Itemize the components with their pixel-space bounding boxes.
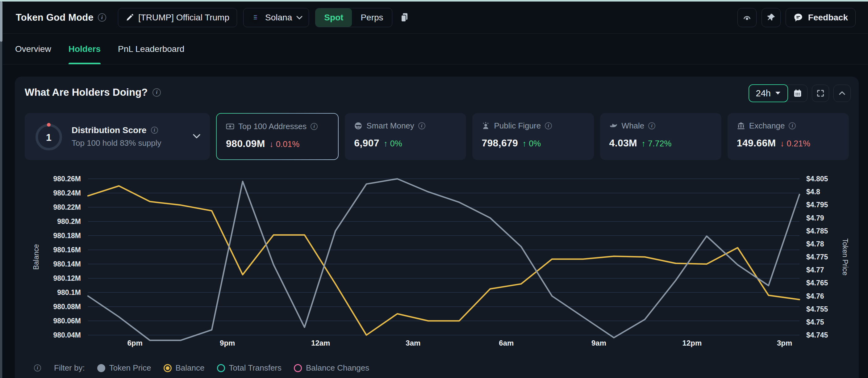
perps-toggle[interactable]: Perps	[352, 8, 392, 27]
watch-button[interactable]	[738, 8, 756, 27]
info-icon[interactable]: i	[648, 122, 655, 129]
token-name: [TRUMP] Official Trump	[138, 13, 229, 23]
timeframe-value: 24h	[756, 88, 771, 98]
pin-button[interactable]	[762, 8, 781, 27]
timeframe-dropdown[interactable]: 24h	[748, 84, 788, 102]
legend-swatch	[164, 364, 172, 372]
metric-card-top-100-addresses[interactable]: Top 100 Addressesi980.09M↓ 0.01%	[216, 113, 339, 160]
metric-card-smart-money[interactable]: Smart Moneyi6,907↑ 0%	[345, 113, 466, 160]
info-icon[interactable]: i	[545, 122, 552, 129]
metric-card-exchange[interactable]: Exchangei149.66M↓ 0.21%	[727, 113, 849, 160]
panel-title: What Are Holders Doing? i	[25, 86, 161, 98]
info-icon[interactable]: i	[311, 123, 318, 130]
card-title: Exchange	[749, 121, 785, 130]
card-value: 6,907	[354, 138, 379, 149]
feedback-label: Feedback	[808, 13, 848, 23]
card-title: Top 100 Addresses	[238, 122, 307, 131]
x-axis-tick: 9pm	[220, 339, 235, 347]
card-change: ↓ 0.21%	[780, 139, 810, 149]
legend-item-token-price[interactable]: Token Price	[97, 363, 151, 373]
legend-swatch	[294, 364, 302, 372]
page-tabs: OverviewHoldersPnL Leaderboard	[3, 34, 868, 64]
card-title: Smart Money	[366, 121, 414, 130]
fullscreen-icon	[816, 89, 825, 97]
card-change: ↑ 0%	[522, 139, 541, 149]
distribution-score-card[interactable]: 1Distribution ScoreiTop 100 hold 83% sup…	[25, 113, 210, 160]
legend-prefix: Filter by:	[54, 363, 85, 373]
chain-selector[interactable]: Solana	[243, 8, 309, 27]
token-price-line	[88, 179, 800, 340]
legend-swatch	[217, 364, 225, 372]
spot-toggle[interactable]: Spot	[315, 8, 352, 27]
page-title: Token God Mode i	[16, 12, 106, 23]
header-actions: Feedback	[738, 8, 856, 27]
chart-legend: iFilter by:Token PriceBalanceTotal Trans…	[34, 363, 369, 373]
left-axis-tick: 980.24M	[53, 189, 81, 197]
card-title: Distribution Score	[72, 125, 147, 135]
right-axis-tick: $4.765	[806, 279, 828, 287]
x-axis-tick: 6am	[499, 339, 514, 347]
legend-item-total-transfers[interactable]: Total Transfers	[217, 363, 282, 373]
right-axis-title: Token Price	[841, 238, 849, 275]
fullscreen-button[interactable]	[812, 85, 829, 102]
info-icon[interactable]: i	[153, 88, 161, 97]
card-change: ↓ 0.01%	[270, 140, 300, 149]
window-top-strip	[0, 0, 868, 2]
left-scrollbar-thumb[interactable]	[0, 2, 2, 42]
right-axis-tick: $4.755	[806, 305, 828, 313]
chat-bubble-icon	[793, 13, 803, 23]
legend-item-balance[interactable]: Balance	[164, 363, 205, 373]
whale-icon	[609, 122, 618, 130]
balance-line	[88, 186, 800, 335]
x-axis-tick: 3am	[406, 339, 421, 347]
info-icon[interactable]: i	[98, 13, 106, 22]
feedback-button[interactable]: Feedback	[785, 8, 856, 27]
left-axis-tick: 980.08M	[53, 303, 81, 311]
collapse-button[interactable]	[833, 85, 851, 102]
card-title: Public Figure	[494, 121, 541, 130]
card-value: 149.66M	[737, 138, 776, 149]
app-header: Token God Mode i [TRUMP] Official Trump …	[3, 2, 868, 34]
metric-card-public-figure[interactable]: Public Figurei798,679↑ 0%	[472, 113, 594, 160]
info-icon[interactable]: i	[418, 122, 425, 129]
tab-holders[interactable]: Holders	[68, 34, 101, 64]
right-axis-tick: $4.79	[806, 214, 824, 222]
legend-label: Token Price	[109, 363, 151, 373]
left-axis-tick: 980.16M	[53, 246, 81, 254]
left-scrollbar[interactable]	[0, 2, 2, 378]
page-title-text: Token God Mode	[16, 12, 94, 23]
card-value: 798,679	[482, 138, 518, 149]
pin-icon	[767, 13, 776, 22]
tab-overview[interactable]: Overview	[15, 34, 51, 64]
legend-swatch	[97, 364, 105, 372]
chevron-down-icon[interactable]	[193, 134, 200, 139]
holders-activity-panel: What Are Holders Doing? i 24h 1Distribut…	[15, 77, 859, 378]
tab-pnl-leaderboard[interactable]: PnL Leaderboard	[118, 34, 184, 64]
calendar-icon	[793, 89, 802, 98]
legend-item-balance-changes[interactable]: Balance Changes	[294, 363, 369, 373]
right-axis-tick: $4.745	[806, 331, 828, 339]
aperture-icon	[742, 13, 752, 22]
right-axis-tick: $4.8	[806, 188, 820, 196]
x-axis-tick: 12pm	[682, 339, 702, 347]
right-axis-tick: $4.795	[806, 201, 828, 209]
info-icon[interactable]: i	[34, 365, 41, 372]
copy-icon[interactable]	[400, 12, 409, 23]
left-axis-tick: 980.18M	[53, 232, 81, 240]
info-icon[interactable]: i	[151, 126, 158, 134]
metric-card-whale[interactable]: Whalei4.03M↑ 7.72%	[600, 113, 721, 160]
score-marker	[47, 123, 51, 126]
right-axis-tick: $4.785	[806, 227, 828, 235]
timeframe-group: 24h	[748, 85, 807, 102]
exchange-icon	[737, 122, 745, 130]
solana-logo	[250, 12, 261, 23]
card-value: 980.09M	[226, 138, 265, 149]
left-axis-tick: 980.26M	[53, 175, 81, 183]
banknote-icon	[226, 122, 234, 130]
left-axis-tick: 980.1M	[57, 288, 81, 296]
calendar-button[interactable]	[788, 89, 807, 98]
left-axis-tick: 980.12M	[53, 274, 81, 282]
info-icon[interactable]: i	[789, 122, 796, 129]
token-select-button[interactable]: [TRUMP] Official Trump	[118, 8, 237, 27]
chevron-down-icon	[296, 16, 303, 20]
